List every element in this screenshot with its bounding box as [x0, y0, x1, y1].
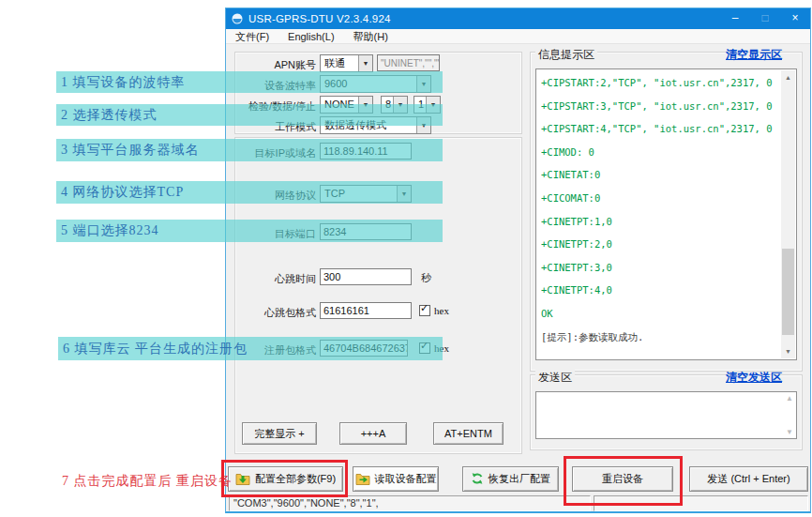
register-packet-label: 注册包格式	[237, 342, 316, 359]
annotation-text: 4 网络协议选择TCP	[56, 184, 184, 201]
menu-bar: 文件(F) English(L) 帮助(H)	[226, 29, 810, 44]
parity-selected-value: NONE	[324, 99, 354, 110]
checkbox-checked-icon[interactable]: ✓	[419, 342, 430, 354]
work-mode-selected-value: 数据透传模式	[324, 119, 386, 130]
dropdown-arrow-icon[interactable]: ▼	[416, 76, 430, 92]
maximize-button[interactable]: □	[750, 8, 780, 29]
app-logo-icon	[232, 13, 243, 24]
send-button[interactable]: 发送 (Ctrl + Enter)	[689, 466, 808, 492]
scroll-down-icon[interactable]: ▼	[786, 428, 793, 436]
heartbeat-time-label: 心跳时间	[237, 270, 316, 288]
factory-reset-button[interactable]: 恢复出厂配置	[462, 466, 559, 492]
dropdown-arrow-icon[interactable]: ▼	[358, 55, 372, 71]
console-line: +CIPSTART:4,"TCP", "iot.usr.cn",2317, 0	[541, 117, 777, 141]
console-line: OK	[541, 302, 777, 326]
dropdown-arrow-icon[interactable]: ▼	[358, 97, 372, 113]
console-line: +CINETPT:2,0	[541, 233, 777, 256]
heartbeat-packet-field[interactable]	[320, 302, 412, 319]
configure-all-params-button[interactable]: 配置全部参数(F9)	[228, 466, 343, 492]
annotation-text: 5 端口选择8234	[56, 222, 159, 239]
folder-export-icon	[355, 472, 370, 487]
clear-send-link[interactable]: 清空发送区	[695, 370, 782, 386]
baud-select[interactable]: 9600 ▼	[320, 75, 431, 93]
plus-a-button[interactable]: +++A	[339, 422, 407, 445]
console-line: +CIPSTART:3,"TCP", "iot.usr.cn",2317, 0	[541, 95, 777, 118]
console-line: +CINETPT:1,0	[541, 210, 777, 234]
screenshot-canvas: USR-GPRS-DTU V2.3.4.924 – □ × 文件(F) Engl…	[0, 0, 812, 517]
dropdown-arrow-icon[interactable]: ▼	[397, 186, 411, 202]
apn-label: APN账号	[237, 56, 316, 74]
seconds-unit-label: 秒	[421, 271, 431, 285]
register-packet-field[interactable]	[320, 340, 408, 357]
console-line: +CICOMAT:0	[541, 187, 777, 210]
apn-selected-value: 联通	[324, 57, 345, 68]
title-bar: USR-GPRS-DTU V2.3.4.924 – □ ×	[226, 8, 810, 29]
apn-select[interactable]: 联通 ▼	[320, 54, 373, 72]
checkbox-checked-icon[interactable]: ✓	[419, 305, 430, 316]
heartbeat-time-field[interactable]	[320, 268, 412, 285]
baud-selected-value: 9600	[324, 78, 347, 89]
read-device-config-label: 读取设备配置	[375, 472, 437, 486]
info-panel-title: 信息提示区	[535, 47, 597, 63]
console-line: +CINETPT:4,0	[541, 279, 777, 302]
scroll-up-icon[interactable]: ▲	[786, 394, 793, 403]
clear-display-link[interactable]: 清空显示区	[695, 47, 782, 63]
scrollbar-thumb[interactable]	[782, 249, 794, 335]
menu-english[interactable]: English(L)	[278, 29, 344, 44]
console-line: +CINETPT:3,0	[541, 256, 777, 280]
info-display-box[interactable]: +CIPSTART:2,"TCP", "iot.usr.cn",2317, 0+…	[535, 68, 797, 360]
console-line: +CINETAT:0	[541, 163, 777, 187]
hint-line: [提示]:参数读取成功.	[541, 326, 643, 349]
window-controls: – □ ×	[720, 8, 810, 29]
window-title: USR-GPRS-DTU V2.3.4.924	[248, 13, 391, 24]
menu-help[interactable]: 帮助(H)	[344, 29, 398, 44]
protocol-select[interactable]: TCP ▼	[320, 185, 412, 203]
stopbits-selected-value: 1	[418, 99, 424, 110]
info-lines: +CIPSTART:2,"TCP", "iot.usr.cn",2317, 0+…	[541, 71, 777, 357]
full-display-button[interactable]: 完整显示 +	[242, 422, 317, 445]
annotation-text: 1 填写设备的波特率	[56, 74, 186, 91]
target-ip-field[interactable]	[320, 143, 412, 160]
app-window: USR-GPRS-DTU V2.3.4.924 – □ × 文件(F) Engl…	[225, 8, 811, 513]
dropdown-arrow-icon[interactable]: ▼	[393, 97, 407, 113]
parity-select[interactable]: NONE ▼	[320, 96, 373, 114]
dropdown-arrow-icon[interactable]: ▼	[426, 97, 440, 113]
scroll-down-icon[interactable]: ▼	[781, 344, 795, 358]
hex-label: hex	[434, 305, 449, 316]
folder-download-icon	[235, 472, 250, 487]
baud-label: 设备波特率	[237, 77, 316, 95]
register-hex-checkbox[interactable]: ✓ hex	[419, 342, 449, 354]
work-mode-label: 工作模式	[237, 118, 316, 136]
console-line: +CIPSTART:2,"TCP", "iot.usr.cn",2317, 0	[541, 71, 777, 95]
dropdown-arrow-icon[interactable]: ▼	[416, 117, 430, 133]
minimize-button[interactable]: –	[720, 8, 750, 29]
close-button[interactable]: ×	[780, 8, 810, 29]
status-bar-secondary	[594, 495, 808, 511]
menu-file[interactable]: 文件(F)	[226, 29, 278, 44]
annotation-text: 3 填写平台服务器域名	[56, 142, 200, 159]
work-mode-select[interactable]: 数据透传模式 ▼	[320, 116, 431, 134]
databits-select[interactable]: 8 ▼	[381, 96, 408, 114]
stopbits-select[interactable]: 1 ▼	[414, 96, 441, 114]
hex-label: hex	[434, 342, 449, 354]
target-port-field[interactable]	[320, 223, 412, 240]
target-port-label: 目标端口	[237, 225, 316, 243]
factory-reset-label: 恢复出厂配置	[489, 472, 550, 486]
heartbeat-hex-checkbox[interactable]: ✓ hex	[419, 305, 449, 316]
serial-params-label: 检验/数据/停止	[237, 98, 316, 115]
heartbeat-packet-label: 心跳包格式	[237, 304, 316, 322]
scroll-up-icon[interactable]: ▲	[781, 70, 795, 84]
restart-device-button[interactable]: 重启设备	[572, 466, 673, 492]
send-textarea[interactable]	[536, 392, 796, 438]
read-device-config-button[interactable]: 读取设备配置	[353, 466, 439, 492]
refresh-icon	[471, 472, 484, 487]
databits-selected-value: 8	[385, 99, 391, 110]
annotation-text: 6 填写库云 平台生成的注册包	[58, 341, 248, 357]
annotation-text: 2 选择透传模式	[56, 107, 158, 124]
status-bar-connection: "COM3","9600","NONE","8","1",	[229, 495, 591, 511]
send-panel-title: 发送区	[535, 370, 575, 386]
send-box: ▲ ▼	[535, 391, 797, 439]
at-entm-button[interactable]: AT+ENTM	[433, 422, 504, 445]
info-scrollbar[interactable]: ▲ ▼	[781, 70, 795, 358]
protocol-selected-value: TCP	[324, 188, 345, 199]
